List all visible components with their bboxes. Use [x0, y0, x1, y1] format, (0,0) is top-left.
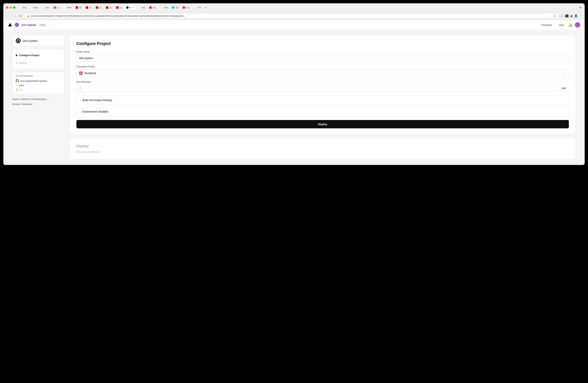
back-button[interactable]: ← — [6, 14, 10, 18]
traffic-lights — [6, 6, 15, 9]
team-chevron-icon[interactable]: ⌄ — [50, 24, 51, 26]
steps-panel: Configure Project Deploy — [12, 49, 64, 69]
vercel-logo — [8, 23, 12, 27]
browser-tab[interactable]: (1) — [52, 5, 61, 10]
step-dot-deploy — [16, 62, 17, 64]
repo-name: wire-system — [23, 39, 38, 42]
browser-tab-active[interactable]: ● ✕ — [124, 5, 135, 10]
env-variables-section: › Environment Variables — [76, 107, 569, 116]
browser-tab[interactable]: (2) — [114, 5, 124, 10]
browser-tab[interactable]: (2) — [74, 5, 83, 10]
menu-icon[interactable]: ⋮ — [579, 14, 582, 18]
sidebar: wire-system Configure Project Deploy — [12, 35, 64, 159]
step-configure: Configure Project — [16, 53, 61, 58]
tab-close-icon[interactable]: ✕ — [132, 6, 134, 9]
project-name-group: Project Name — [76, 51, 569, 62]
branch-icon: ⑂ — [16, 84, 17, 87]
sidebar-toggle-icon[interactable]: ⬛ — [565, 14, 569, 18]
refresh-button[interactable]: ↻ — [19, 14, 22, 18]
git-info-panel: GIT REPOSITORY arch-spatula/wire-system … — [12, 72, 64, 94]
git-branch-row: ⑂ main — [16, 84, 61, 87]
main-panel: Configure Project Project Name Framework… — [69, 35, 576, 159]
repo-card: wire-system — [12, 35, 64, 46]
browser-titlebar: Dra REA arch (1) View (2) — [3, 3, 585, 12]
root-directory-group: Root Directory Edit — [76, 81, 569, 92]
app-content: arch-spatula Hobby ⌄ Feedback Help 🔔 — [3, 20, 585, 165]
step-dot-configure — [16, 55, 17, 56]
configure-project-title: Configure Project — [76, 41, 569, 46]
git-dir: ./ — [21, 88, 22, 91]
github-small-icon — [16, 79, 19, 82]
framework-chevron-icon: ⌄ — [564, 72, 566, 75]
project-name-input[interactable] — [76, 55, 569, 62]
root-dir-row: Edit — [76, 85, 569, 92]
browser-tab[interactable]: (2) — [94, 5, 104, 10]
storybook-icon: S — [79, 72, 83, 75]
main-layout: wire-system Configure Project Deploy — [3, 30, 585, 164]
chevron-right-icon: › — [80, 99, 81, 101]
edit-root-dir-button[interactable]: Edit — [558, 85, 569, 91]
browser-tabs: Dra REA arch (1) View (2) — [17, 5, 575, 10]
git-repo-row: arch-spatula/wire-system — [16, 79, 61, 82]
browser-tab[interactable]: (2) — [84, 5, 93, 10]
notifications-icon[interactable]: 🔔 — [569, 23, 572, 27]
browser-tab[interactable]: Exa — [147, 5, 158, 10]
deploy-button[interactable]: Deploy — [76, 120, 569, 128]
extensions-icon[interactable]: ⬜ — [553, 15, 556, 17]
team-name: arch-spatula — [21, 23, 36, 26]
bookmark-icon[interactable]: ☆ — [549, 15, 551, 17]
minimize-button[interactable] — [9, 6, 12, 9]
browser-tab[interactable]: REA — [28, 5, 40, 10]
user-avatar[interactable] — [575, 22, 580, 27]
step-divider — [17, 58, 17, 60]
url-display: vercel.com/new/import?s=https%3A%2F%2Fgi… — [31, 15, 186, 17]
browser-tab[interactable]: arch — [159, 5, 169, 10]
framework-select[interactable]: S Storybook ⌄ — [76, 69, 569, 77]
team-avatar — [15, 23, 19, 27]
root-dir-input[interactable] — [76, 85, 557, 92]
help-button[interactable]: Help — [557, 22, 566, 27]
build-output-settings-label: Build and Output Settings — [83, 99, 112, 101]
feedback-button[interactable]: Feedback — [539, 22, 554, 27]
screenshot-icon[interactable]: ⬜ — [560, 14, 564, 18]
configure-project-card: Configure Project Project Name Framework… — [69, 35, 576, 135]
framework-preset-label: Framework Preset — [76, 65, 569, 68]
browser-addressbar: ← → ↻ 🔒 vercel.com/new/import?s=https%3A… — [3, 12, 585, 20]
browser-window: Dra REA arch (1) View (2) — [3, 3, 585, 165]
app-header: arch-spatula Hobby ⌄ Feedback Help 🔔 — [3, 20, 585, 30]
preparing-deployment-text: Preparing deployment — [76, 150, 569, 153]
close-button[interactable] — [6, 6, 8, 9]
project-name-label: Project Name — [76, 51, 569, 53]
git-repo-link: arch-spatula/wire-system — [20, 80, 47, 82]
git-dir-row: 📁 ./ — [16, 88, 61, 91]
browser-tab[interactable]: View — [62, 5, 73, 10]
import-different-repo-link[interactable]: Import a different Git Repository → — [12, 97, 64, 101]
team-plan-badge[interactable]: Hobby — [39, 23, 47, 26]
build-output-settings-section: › Build and Output Settings — [76, 96, 569, 105]
split-view-icon[interactable]: ▣ — [570, 14, 573, 18]
tab-dropdown[interactable] — [576, 6, 582, 10]
browser-tab[interactable]: Tail — [170, 5, 180, 10]
env-variables-label: Environment Variables — [83, 110, 108, 113]
browser-tab[interactable]: Exa — [181, 5, 191, 10]
env-variables-toggle[interactable]: › Environment Variables — [77, 107, 569, 116]
browser-tab[interactable]: Dra — [17, 5, 28, 10]
browser-tab[interactable]: 디자 — [192, 5, 203, 10]
root-dir-label: Root Directory — [76, 81, 569, 83]
build-output-settings-toggle[interactable]: › Build and Output Settings — [77, 96, 569, 104]
github-icon — [16, 38, 21, 43]
browse-templates-link[interactable]: Browse Templates → — [12, 102, 64, 106]
chevron-right-icon-env: › — [80, 110, 81, 113]
new-tab-button[interactable]: + — [204, 6, 208, 10]
git-branch: main — [19, 84, 24, 87]
git-section-label: GIT REPOSITORY — [16, 75, 61, 77]
browser-tab[interactable]: wire — [136, 5, 147, 10]
maximize-button[interactable] — [13, 6, 15, 9]
browser-tab[interactable]: arch — [40, 5, 51, 10]
browser-tab[interactable]: (2) — [104, 5, 114, 10]
address-bar[interactable]: 🔒 vercel.com/new/import?s=https%3A%2F%2F… — [24, 13, 558, 18]
deploy-card-title: Deploy — [76, 144, 569, 148]
profile-icon[interactable]: 👤 — [574, 14, 578, 18]
forward-button[interactable]: → — [12, 14, 17, 18]
folder-icon: 📁 — [16, 88, 19, 91]
